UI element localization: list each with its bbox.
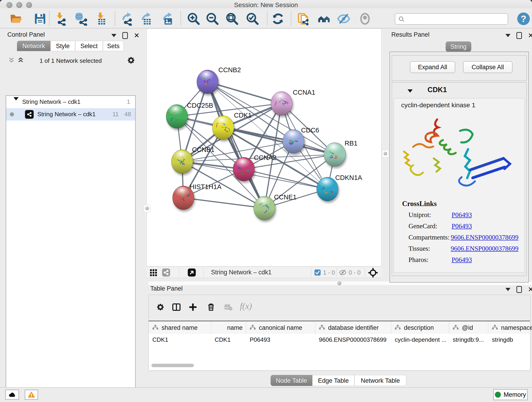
delete-column-icon[interactable] [206,302,215,312]
hscrollbar-thumb[interactable] [152,364,194,367]
table-cell[interactable]: stringdb:9... [449,334,488,345]
show-columns-icon[interactable] [172,302,181,312]
network-canvas[interactable]: CCNB2CCNA1CDC25BCDK1CDC6RB1CCNB1CCNA2CDK… [147,28,381,267]
tab-sets[interactable]: Sets [103,41,124,51]
float-panel-icon[interactable] [516,286,522,293]
zoom-selected-icon[interactable] [246,12,259,26]
network-node-CCNA2[interactable] [233,157,254,181]
warning-status-button[interactable] [25,390,38,400]
collapse-all-button[interactable]: Collapse All [463,61,513,73]
open-folder-icon[interactable] [9,12,23,26]
search-input[interactable] [407,15,504,24]
tab-string[interactable]: String [446,41,471,52]
toolbar-separator [180,11,181,26]
network-node-CCNB2[interactable] [197,70,218,94]
close-panel-icon[interactable]: ✕ [528,33,532,38]
column-header-name[interactable]: name [211,321,246,334]
network-node-RB1[interactable] [324,143,346,166]
crosslink-value[interactable]: P06493 [452,211,472,219]
table-cell[interactable]: stringdb [488,334,532,345]
function-builder-icon: f(x) [240,301,252,311]
tree-expand-icon[interactable] [13,100,19,108]
crosslink-value[interactable]: 9606.ENSP00000378699 [451,234,519,241]
network-node-CCNA1[interactable] [271,91,292,115]
show-all-icon[interactable] [358,12,372,26]
table-cell[interactable]: 9606.ENSP00000378699 [315,334,391,345]
network-node-CDC25B[interactable] [166,104,188,128]
column-header-canonical-name[interactable]: canonical name [246,321,315,334]
float-panel-icon[interactable] [516,32,522,39]
status-bar: Memory [0,387,532,402]
import-network-file-icon[interactable] [53,12,67,26]
tab-node-table[interactable]: Node Table [271,375,312,386]
network-collection-row[interactable]: String Network – cdk1 1 [6,96,135,108]
search-box[interactable] [395,13,508,25]
hidden-eye-slash-icon[interactable] [339,269,347,276]
export-table-icon[interactable] [140,12,153,26]
column-header-shared-name[interactable]: shared name [149,321,211,334]
memory-button[interactable]: Memory [493,389,528,400]
left-splitter-handle[interactable] [144,205,151,212]
network-row-selected[interactable]: String Network – cdk1 11 48 [6,108,135,121]
tab-style[interactable]: Style [51,41,75,51]
selected-checkbox-icon[interactable] [314,269,321,276]
gear-icon[interactable] [127,56,135,65]
grid-mode-icon[interactable] [149,268,158,277]
tab-select[interactable]: Select [75,41,103,51]
crosslink-value[interactable]: P06493 [452,222,472,230]
import-table-icon[interactable] [94,12,108,26]
zoom-in-icon[interactable] [187,12,201,26]
panel-menu-icon[interactable] [505,34,510,37]
create-column-icon[interactable] [188,302,198,312]
clone-network-icon[interactable] [297,12,310,26]
network-label: String Network – cdk1 [37,111,95,118]
network-node-CCNE1[interactable] [254,196,275,220]
column-header-namespace[interactable]: namespace [488,321,532,334]
help-icon[interactable]: ? [517,12,530,26]
refresh-icon[interactable] [271,12,285,26]
search-icon [398,16,405,23]
close-panel-icon[interactable]: ✕ [134,33,139,38]
table-cell[interactable]: CDK1 [211,334,246,345]
panel-menu-icon[interactable] [111,34,116,37]
panel-menu-icon[interactable] [505,288,510,291]
table-hscrollbar[interactable] [149,363,530,368]
network-node-CCNB1[interactable] [171,150,193,173]
fit-selected-crosshair-icon[interactable] [368,268,378,278]
zoom-out-icon[interactable] [206,12,219,26]
close-panel-icon[interactable]: ✕ [528,287,532,292]
zoom-fit-icon[interactable] [225,12,239,26]
view-mode-share-icon[interactable] [162,268,171,277]
table-row[interactable]: CDK1CDK1P064939606.ENSP00000378699cyclin… [149,334,532,345]
column-header--id[interactable]: @id [449,321,488,334]
control-panel-tabs: NetworkStyleSelectSets [17,41,124,51]
section-collapse-icon[interactable] [408,89,413,93]
column-header-database-identifier[interactable]: database identifier [315,321,391,334]
table-gear-icon[interactable] [156,303,165,312]
table-cell[interactable]: CDK1 [149,334,211,345]
crosslink-value[interactable]: 9606.ENSP00000378699 [451,245,519,252]
horizontal-splitter-handle[interactable] [337,281,341,285]
hide-selected-icon[interactable] [337,12,351,26]
export-network-icon[interactable] [120,12,134,26]
table-cell[interactable]: P06493 [246,334,315,345]
import-network-database-icon[interactable] [73,12,87,26]
cloud-status-button[interactable] [5,390,19,400]
column-header-description[interactable]: description [391,321,449,334]
save-icon[interactable] [33,12,47,26]
float-panel-icon[interactable] [122,32,128,39]
tab-network[interactable]: Network [17,41,51,51]
tab-network-table[interactable]: Network Table [355,375,406,386]
network-node-CDKN1A[interactable] [317,177,338,201]
network-node-CDK1[interactable] [212,116,234,140]
right-splitter-handle[interactable] [382,150,389,157]
network-graph[interactable]: CCNB2CCNA1CDC25BCDK1CDC6RB1CCNB1CCNA2CDK… [147,29,381,266]
tab-edge-table[interactable]: Edge Table [312,375,355,386]
table-cell[interactable]: cyclin-dependent ... [391,334,449,345]
main-toolbar: ? [0,8,532,28]
first-neighbors-icon[interactable] [317,12,331,26]
birdseye-toggle-icon[interactable] [187,268,196,277]
export-image-icon[interactable] [161,12,175,26]
crosslink-value[interactable]: P06493 [452,256,472,264]
expand-all-button[interactable]: Expand All [410,61,455,73]
